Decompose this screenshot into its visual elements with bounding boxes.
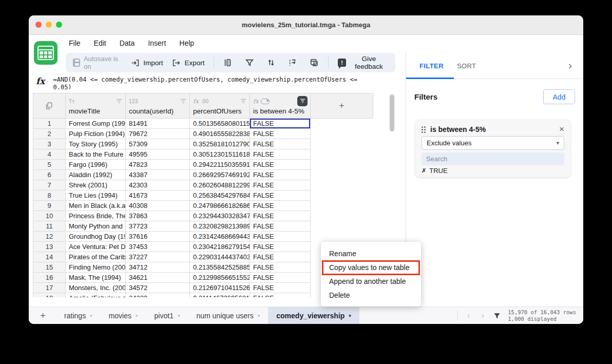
sort-button[interactable] xyxy=(266,58,276,67)
column-header-is-between[interactable]: fx is between 4-5% xyxy=(250,93,311,119)
percent-cell[interactable]: 0.25638454297684 xyxy=(190,190,250,201)
formula-text[interactable]: =AND(0.04 <= comedy_viewership.percentOf… xyxy=(53,76,387,89)
row-number-cell[interactable]: 4 xyxy=(33,149,66,160)
count-cell[interactable]: 34572 xyxy=(126,283,190,293)
column-settings-button[interactable] xyxy=(223,58,233,67)
movie-title-cell[interactable]: True Lies (1994) xyxy=(66,190,126,201)
column-header-movieTitle[interactable]: Tᴛ movieTitle xyxy=(66,93,126,119)
add-filter-button[interactable]: Add xyxy=(543,89,575,104)
give-feedback-button[interactable]: ! Give feedback xyxy=(338,55,388,70)
percent-cell[interactable]: 0.23142468669443 xyxy=(190,232,250,242)
active-filter-badge-icon[interactable] xyxy=(297,96,308,106)
movie-title-cell[interactable]: Fargo (1996) xyxy=(66,160,126,170)
chevron-down-icon[interactable]: ▾ xyxy=(178,313,180,318)
select-all-corner[interactable] xyxy=(33,93,66,119)
export-button[interactable]: Export xyxy=(172,59,204,67)
flag-cell[interactable]: FALSE xyxy=(250,221,311,232)
percent-cell[interactable]: 0.35258181012790 xyxy=(190,139,250,149)
flag-cell[interactable]: FALSE xyxy=(250,180,311,190)
row-number-cell[interactable]: 16 xyxy=(33,273,66,283)
percent-cell[interactable]: 0.26692957469192 xyxy=(190,170,250,180)
movie-title-cell[interactable]: Finding Nemo (200 xyxy=(66,262,126,273)
count-cell[interactable]: 34320 xyxy=(126,293,190,297)
count-cell[interactable]: 37723 xyxy=(126,221,190,232)
column-header-percentOfUsers[interactable]: fx.00 percentOfUsers xyxy=(190,93,250,119)
count-cell[interactable]: 81491 xyxy=(126,119,190,129)
next-tabs-button[interactable]: › xyxy=(480,311,487,321)
filter-funnel-button[interactable] xyxy=(245,58,254,67)
flag-cell[interactable]: FALSE xyxy=(250,139,311,149)
movie-title-cell[interactable]: Monty Python and xyxy=(66,221,126,232)
count-cell[interactable]: 47823 xyxy=(126,160,190,170)
flag-cell[interactable]: FALSE xyxy=(250,160,311,170)
row-number-cell[interactable]: 2 xyxy=(33,129,66,139)
transform-button[interactable] xyxy=(288,58,297,67)
column-filter-icon[interactable] xyxy=(116,99,122,104)
context-menu-item-delete[interactable]: Delete xyxy=(321,289,421,302)
percent-cell[interactable]: 0.21299856651552 xyxy=(190,273,250,283)
percent-cell[interactable]: 0.21355842525885 xyxy=(190,262,250,273)
movie-title-cell[interactable]: Aladdin (1992) xyxy=(66,170,126,180)
flag-cell[interactable]: FALSE xyxy=(250,232,311,242)
percent-cell[interactable]: 0.24798666182686 xyxy=(190,201,250,211)
menu-help[interactable]: Help xyxy=(179,39,194,47)
row-number-cell[interactable]: 15 xyxy=(33,262,66,273)
movie-title-cell[interactable]: Ace Ventura: Pet D xyxy=(66,242,126,252)
row-number-cell[interactable]: 3 xyxy=(33,139,66,149)
menu-edit[interactable]: Edit xyxy=(94,39,106,47)
movie-title-cell[interactable]: Pulp Fiction (1994) xyxy=(66,129,126,139)
row-number-cell[interactable]: 12 xyxy=(33,232,66,242)
flag-cell[interactable]: FALSE xyxy=(250,293,311,297)
zoom-window-button[interactable] xyxy=(56,22,62,28)
row-number-cell[interactable]: 13 xyxy=(33,242,66,252)
sheet-tab-ratings[interactable]: ratings▾ xyxy=(56,307,101,324)
sheet-tab-num-unique-users[interactable]: num unique users▾ xyxy=(188,307,268,324)
flag-cell[interactable]: FALSE xyxy=(250,262,311,273)
import-button[interactable]: Import xyxy=(131,59,163,67)
minimize-window-button[interactable] xyxy=(46,22,52,28)
count-cell[interactable]: 43387 xyxy=(126,170,190,180)
context-menu-item-copy-values-to-new-table[interactable]: Copy values to new table xyxy=(321,261,421,275)
row-number-cell[interactable]: 5 xyxy=(33,160,66,170)
row-number-cell[interactable]: 9 xyxy=(33,201,66,211)
count-cell[interactable]: 40308 xyxy=(126,201,190,211)
panel-tab-filter[interactable]: FILTER xyxy=(419,62,444,70)
flag-cell[interactable]: FALSE xyxy=(250,242,311,252)
count-cell[interactable]: 37453 xyxy=(126,242,190,252)
flag-cell[interactable]: FALSE xyxy=(250,149,311,160)
close-icon[interactable]: × xyxy=(559,124,564,135)
panel-tab-sort[interactable]: SORT xyxy=(457,62,476,70)
movie-title-cell[interactable]: Monsters, Inc. (200 xyxy=(66,283,126,293)
count-cell[interactable]: 57309 xyxy=(126,139,190,149)
sheet-tab-movies[interactable]: movies▾ xyxy=(101,307,146,324)
percent-cell[interactable]: 0.26026048812299 xyxy=(190,180,250,190)
context-menu-item-append-to-another-table[interactable]: Append to another table xyxy=(321,275,421,289)
percent-cell[interactable]: 0.22903144437403 xyxy=(190,252,250,262)
row-number-cell[interactable]: 8 xyxy=(33,190,66,201)
movie-title-cell[interactable]: Back to the Future xyxy=(66,149,126,160)
movie-title-cell[interactable]: Pirates of the Carib xyxy=(66,252,126,262)
percent-cell[interactable]: 0.49016555822838 xyxy=(190,129,250,139)
flag-cell[interactable]: FALSE xyxy=(250,252,311,262)
row-number-cell[interactable]: 17 xyxy=(33,283,66,293)
row-number-cell[interactable]: 18 xyxy=(33,293,66,297)
count-cell[interactable]: 37616 xyxy=(126,232,190,242)
flag-cell[interactable]: FALSE xyxy=(250,170,311,180)
sheet-tab-pivot1[interactable]: pivot1▾ xyxy=(146,307,188,324)
flag-cell[interactable]: FALSE xyxy=(250,190,311,201)
percent-cell[interactable]: 0.23208298213989 xyxy=(190,221,250,232)
percent-cell[interactable]: 0.30512301511618 xyxy=(190,149,250,160)
formula-bar[interactable]: fx =AND(0.04 <= comedy_viewership.percen… xyxy=(33,76,392,93)
prev-tabs-button[interactable]: ‹ xyxy=(465,311,472,321)
row-number-cell[interactable]: 7 xyxy=(33,180,66,190)
chevron-down-icon[interactable]: ▾ xyxy=(349,313,351,318)
row-number-cell[interactable]: 10 xyxy=(33,211,66,221)
column-header-counta[interactable]: 123 counta(userId) xyxy=(126,93,190,119)
count-cell[interactable]: 42303 xyxy=(126,180,190,190)
count-cell[interactable]: 34712 xyxy=(126,262,190,273)
filter-mode-dropdown[interactable]: Exclude values ▾ xyxy=(422,136,564,150)
chevron-down-icon[interactable]: ▾ xyxy=(258,313,260,318)
selected-cell[interactable]: FALSE xyxy=(250,119,311,129)
excluded-value-chip[interactable]: ✗TRUE xyxy=(422,167,448,175)
percent-cell[interactable]: 0.50135658080115 xyxy=(190,119,250,129)
